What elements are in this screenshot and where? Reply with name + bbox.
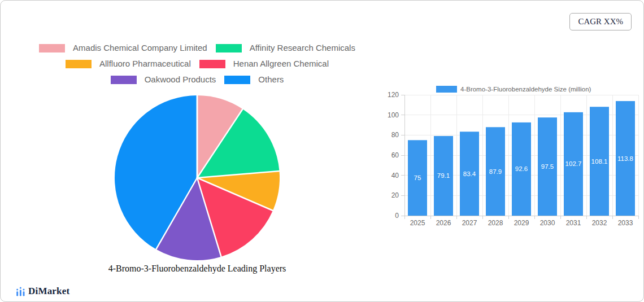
legend-label: Amadis Chemical Company Limited xyxy=(73,43,207,52)
pie-legend-item[interactable]: Amadis Chemical Company Limited xyxy=(39,43,207,52)
y-axis-tick-label: 100 xyxy=(388,111,399,119)
legend-label: Henan Allgreen Chemical xyxy=(233,59,329,68)
legend-label: Others xyxy=(258,75,284,84)
legend-label: Affinity Research Chemicals xyxy=(250,43,355,52)
pie-legend-item[interactable]: Affinity Research Chemicals xyxy=(216,43,355,52)
x-axis-tick-label: 2030 xyxy=(540,219,555,227)
x-axis-tick-label: 2031 xyxy=(566,219,581,227)
legend-label: Oakwood Products xyxy=(145,75,216,84)
pie-legend-row: Oakwood ProductsOthers xyxy=(111,75,284,84)
x-axis-tick-label: 2025 xyxy=(410,219,425,227)
brand-logo: DiMarket xyxy=(16,286,69,297)
y-axis-tick-label: 40 xyxy=(391,172,399,180)
bar-value-label: 97.5 xyxy=(541,163,554,170)
bar-value-label: 79.1 xyxy=(437,172,450,179)
x-axis-tick-label: 2028 xyxy=(488,219,503,227)
pie-legend-row: Amadis Chemical Company LimitedAffinity … xyxy=(39,43,355,52)
bar-value-label: 113.8 xyxy=(617,155,633,162)
brand-logo-text: DiMarket xyxy=(28,286,69,297)
x-axis-tick-label: 2029 xyxy=(514,219,529,227)
bar-chart-logo-icon xyxy=(16,286,25,297)
bar-value-label: 92.6 xyxy=(515,165,528,172)
bar-value-label: 83.4 xyxy=(463,170,476,177)
pie-chart xyxy=(112,93,282,262)
pie-legend-item[interactable]: Others xyxy=(224,75,284,84)
y-axis-tick-label: 0 xyxy=(395,212,399,220)
legend-swatch xyxy=(199,60,225,68)
legend-swatch xyxy=(39,44,65,52)
bar-value-label: 75 xyxy=(414,174,421,181)
x-axis-tick-label: 2032 xyxy=(592,219,607,227)
legend-swatch xyxy=(66,60,92,68)
bar-chart: 02040608010012075202579.1202683.4202787.… xyxy=(385,74,644,232)
report-card: CAGR XX% Amadis Chemical Company Limited… xyxy=(0,0,644,302)
pie-legend-item[interactable]: Henan Allgreen Chemical xyxy=(199,59,329,68)
pie-legend-row: Allfluoro PharmaceuticalHenan Allgreen C… xyxy=(66,59,329,68)
x-axis-tick-label: 2027 xyxy=(462,219,477,227)
pie-legend-item[interactable]: Oakwood Products xyxy=(111,75,216,84)
x-axis-tick-label: 2026 xyxy=(436,219,451,227)
cagr-badge: CAGR XX% xyxy=(569,13,632,30)
y-axis-tick-label: 120 xyxy=(388,91,399,99)
y-axis-tick-label: 80 xyxy=(391,131,399,139)
y-axis-tick-label: 20 xyxy=(391,191,399,199)
bar-value-label: 102.7 xyxy=(565,160,582,167)
legend-swatch xyxy=(224,76,250,84)
y-axis-tick-label: 60 xyxy=(391,151,399,159)
bar-legend-label[interactable]: 4-Bromo-3-Fluorobenzaldehyde Size (milli… xyxy=(460,86,591,93)
pie-legend: Amadis Chemical Company LimitedAffinity … xyxy=(11,43,384,84)
pie-chart-title: 4-Bromo-3-Fluorobenzaldehyde Leading Pla… xyxy=(28,264,367,274)
legend-label: Allfluoro Pharmaceutical xyxy=(99,59,191,68)
x-axis-tick-label: 2033 xyxy=(618,219,633,227)
legend-swatch xyxy=(111,76,137,84)
bar-value-label: 87.9 xyxy=(489,168,502,175)
pie-legend-item[interactable]: Allfluoro Pharmaceutical xyxy=(66,59,191,68)
legend-swatch xyxy=(216,44,242,52)
bar-value-label: 108.1 xyxy=(591,158,608,165)
bar-legend-swatch[interactable] xyxy=(436,86,457,93)
